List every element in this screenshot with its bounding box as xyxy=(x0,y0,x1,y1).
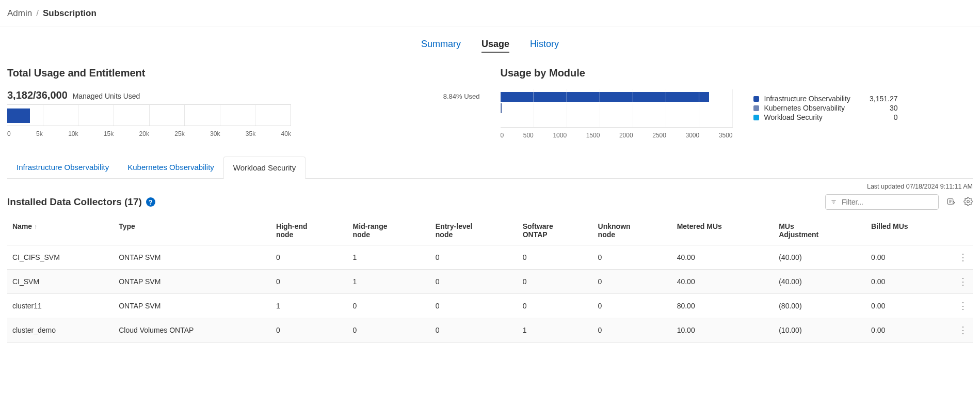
total-usage-label: Managed Units Used xyxy=(73,92,140,100)
cell: 0 xyxy=(430,270,518,294)
cell: 0 xyxy=(593,294,672,318)
cell-name: cluster11 xyxy=(7,294,114,318)
module-tick: 500 xyxy=(523,132,534,139)
row-menu-icon[interactable]: ⋮ xyxy=(953,245,973,270)
col-header[interactable]: Name↑ xyxy=(7,216,114,245)
module-chart: 0500100015002000250030003500 xyxy=(501,89,733,139)
col-header[interactable]: Metered MUs xyxy=(672,216,774,245)
cell: 0.00 xyxy=(866,318,953,343)
help-icon[interactable]: ? xyxy=(146,197,155,207)
module-tick: 3000 xyxy=(686,132,700,139)
cell-name: CI_SVM xyxy=(7,270,114,294)
col-header[interactable]: Mid-rangenode xyxy=(348,216,430,245)
legend-swatch xyxy=(753,115,759,120)
cell-name: cluster_demo xyxy=(7,318,114,343)
cell: 0 xyxy=(348,294,430,318)
total-usage-chart: 05k10k15k20k25k30k35k40k xyxy=(7,104,291,137)
legend-swatch xyxy=(753,96,759,102)
legend-value: 30 xyxy=(890,104,898,112)
legend-item[interactable]: Infrastructure Observability3,151.27 xyxy=(753,95,898,103)
col-header[interactable]: Billed MUs xyxy=(866,216,953,245)
total-usage-pct: 8.84% Used xyxy=(443,92,480,100)
total-tick: 30k xyxy=(210,130,220,137)
total-tick: 25k xyxy=(174,130,184,137)
cell: 1 xyxy=(348,245,430,270)
total-tick: 0 xyxy=(7,130,11,137)
col-header[interactable]: High-endnode xyxy=(271,216,348,245)
cell: 0 xyxy=(430,294,518,318)
export-icon[interactable] xyxy=(946,197,956,208)
module-ticks: 0500100015002000250030003500 xyxy=(501,132,733,139)
cell: (10.00) xyxy=(774,318,866,343)
col-header-menu xyxy=(953,216,973,245)
cell: 0 xyxy=(593,318,672,343)
collectors-table: Name↑TypeHigh-endnodeMid-rangenodeEntry-… xyxy=(7,216,973,343)
sub-tab-kubernetes-observability[interactable]: Kubernetes Observability xyxy=(118,157,223,178)
row-menu-icon[interactable]: ⋮ xyxy=(953,270,973,294)
svg-point-4 xyxy=(967,200,970,203)
table-row: cluster_demoCloud Volumes ONTAP0001010.0… xyxy=(7,318,973,343)
col-header[interactable]: MUsAdjustment xyxy=(774,216,866,245)
gear-icon[interactable] xyxy=(963,197,973,208)
cell: 40.00 xyxy=(672,245,774,270)
breadcrumb-parent[interactable]: Admin xyxy=(7,8,32,19)
module-tick: 3500 xyxy=(719,132,733,139)
cell: (40.00) xyxy=(774,270,866,294)
top-tab-history[interactable]: History xyxy=(530,39,559,53)
total-tick: 20k xyxy=(139,130,149,137)
total-usage-fraction: 3,182/36,000 xyxy=(7,89,68,101)
total-usage-title: Total Usage and Entitlement xyxy=(7,67,480,79)
cell: ONTAP SVM xyxy=(114,245,271,270)
last-updated: Last updated 07/18/2024 9:11:11 AM xyxy=(0,179,980,190)
cell: 0 xyxy=(348,318,430,343)
cell: 40.00 xyxy=(672,270,774,294)
legend-swatch xyxy=(753,105,759,111)
row-menu-icon[interactable]: ⋮ xyxy=(953,294,973,318)
total-usage-bar xyxy=(7,108,30,123)
cell: 0 xyxy=(593,270,672,294)
cell: 0 xyxy=(271,318,348,343)
col-header[interactable]: SoftwareONTAP xyxy=(518,216,593,245)
module-tick: 0 xyxy=(501,132,504,139)
legend-value: 0 xyxy=(894,113,898,121)
breadcrumb-current: Subscription xyxy=(43,8,97,19)
breadcrumb-sep: / xyxy=(36,8,39,19)
cell-name: CI_CIFS_SVM xyxy=(7,245,114,270)
cell: 1 xyxy=(271,294,348,318)
cell: 0.00 xyxy=(866,294,953,318)
top-tab-usage[interactable]: Usage xyxy=(481,39,509,53)
module-bar xyxy=(501,103,503,113)
legend-item[interactable]: Kubernetes Observability30 xyxy=(753,104,898,112)
module-tick: 1500 xyxy=(586,132,600,139)
total-tick: 5k xyxy=(36,130,43,137)
total-usage-panel: Total Usage and Entitlement 3,182/36,000… xyxy=(7,67,480,139)
col-header[interactable]: Unknownnode xyxy=(593,216,672,245)
col-header[interactable]: Type xyxy=(114,216,271,245)
table-row: cluster11ONTAP SVM1000080.00(80.00)0.00⋮ xyxy=(7,294,973,318)
sub-tab-infrastructure-observability[interactable]: Infrastructure Observability xyxy=(7,157,118,178)
top-tabs: SummaryUsageHistory xyxy=(0,26,980,61)
row-menu-icon[interactable]: ⋮ xyxy=(953,318,973,343)
sub-tab-workload-security[interactable]: Workload Security xyxy=(223,157,306,179)
cell: ONTAP SVM xyxy=(114,270,271,294)
total-usage-ticks: 05k10k15k20k25k30k35k40k xyxy=(7,130,291,137)
legend-value: 3,151.27 xyxy=(870,95,898,103)
sort-asc-icon: ↑ xyxy=(34,223,37,230)
filter-text-field[interactable] xyxy=(841,197,933,207)
cell: Cloud Volumes ONTAP xyxy=(114,318,271,343)
cell: 0 xyxy=(593,245,672,270)
legend-label: Infrastructure Observability xyxy=(764,95,850,103)
cell: 0 xyxy=(518,245,593,270)
table-row: CI_SVMONTAP SVM0100040.00(40.00)0.00⋮ xyxy=(7,270,973,294)
cell: 1 xyxy=(518,318,593,343)
module-tick: 2000 xyxy=(619,132,633,139)
cell: 0.00 xyxy=(866,270,953,294)
cell: 0 xyxy=(518,270,593,294)
total-tick: 15k xyxy=(104,130,114,137)
col-header[interactable]: Entry-levelnode xyxy=(430,216,518,245)
cell: 0 xyxy=(430,318,518,343)
filter-input[interactable] xyxy=(825,194,939,210)
top-tab-summary[interactable]: Summary xyxy=(421,39,461,53)
legend-item[interactable]: Workload Security0 xyxy=(753,113,898,121)
cell: ONTAP SVM xyxy=(114,294,271,318)
